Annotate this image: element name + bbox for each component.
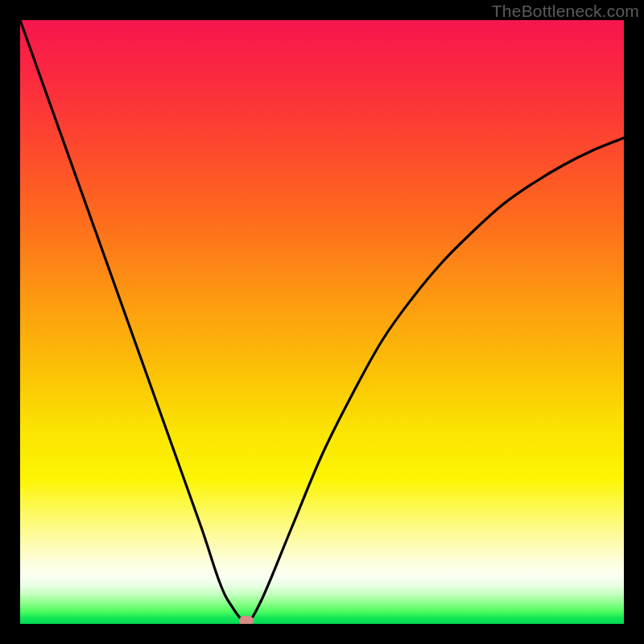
plot-area	[20, 20, 624, 624]
chart-frame: TheBottleneck.com	[0, 0, 644, 644]
minimum-marker	[239, 616, 254, 624]
bottleneck-curve	[20, 20, 624, 624]
attribution-text: TheBottleneck.com	[492, 2, 639, 21]
